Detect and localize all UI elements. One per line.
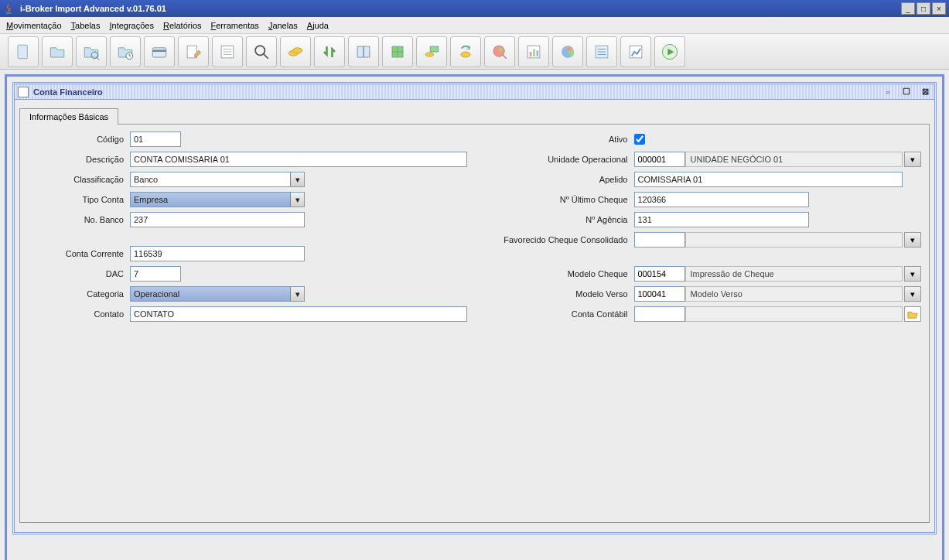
menu-integracoes[interactable]: Integrações bbox=[109, 21, 154, 30]
descricao-label: Descrição bbox=[28, 155, 130, 164]
favorecido-label: Favorecido Cheque Consolidado bbox=[483, 235, 634, 244]
categoria-select[interactable]: Operacional ▾ bbox=[130, 286, 305, 302]
menu-movimentacao[interactable]: Movimentação bbox=[6, 21, 62, 30]
menubar: Movimentação Tabelas Integrações Relatór… bbox=[0, 17, 949, 34]
tb-bluelist-icon[interactable] bbox=[586, 36, 617, 67]
tipo-conta-select[interactable]: Empresa ▾ bbox=[130, 192, 305, 207]
contato-label: Contato bbox=[28, 309, 130, 319]
tb-list-icon[interactable] bbox=[212, 36, 243, 67]
no-banco-input[interactable] bbox=[130, 212, 305, 227]
tb-card-icon[interactable] bbox=[144, 36, 175, 67]
contato-input[interactable] bbox=[130, 306, 467, 322]
close-button[interactable]: × bbox=[932, 2, 946, 15]
internal-title: Conta Financeiro bbox=[33, 87, 876, 97]
tb-play-icon[interactable] bbox=[654, 36, 685, 67]
agencia-label: Nº Agência bbox=[483, 215, 634, 224]
conta-contabil-code-input[interactable] bbox=[634, 306, 685, 322]
modelo-verso-code-input[interactable] bbox=[634, 286, 685, 302]
conta-corrente-label: Conta Corrente bbox=[28, 249, 130, 258]
categoria-label: Categoria bbox=[28, 289, 130, 299]
tb-book-icon[interactable] bbox=[348, 36, 379, 67]
maximize-button[interactable]: □ bbox=[917, 2, 930, 15]
favorecido-dropdown[interactable]: ▾ bbox=[904, 232, 921, 248]
conta-corrente-input[interactable] bbox=[130, 246, 305, 261]
modelo-verso-display: Modelo Verso bbox=[685, 286, 903, 302]
tb-folder-icon[interactable] bbox=[42, 36, 73, 67]
tb-coins-icon[interactable] bbox=[280, 36, 311, 67]
modelo-verso-dropdown[interactable]: ▾ bbox=[904, 286, 921, 302]
apelido-label: Apelido bbox=[483, 175, 634, 184]
ultimo-cheque-input[interactable] bbox=[634, 192, 809, 207]
folder-open-icon bbox=[907, 309, 918, 319]
tb-refresh-money-icon[interactable] bbox=[450, 36, 481, 67]
unidade-operacional-dropdown[interactable]: ▾ bbox=[904, 152, 921, 167]
tb-edit-icon[interactable] bbox=[178, 36, 209, 67]
tb-folder-clock-icon[interactable] bbox=[110, 36, 141, 67]
svg-rect-0 bbox=[18, 45, 27, 59]
menu-tabelas[interactable]: Tabelas bbox=[71, 21, 101, 30]
internal-window: Conta Financeiro ▫ ☐ ⊠ Informações Básic… bbox=[12, 82, 937, 534]
modelo-cheque-dropdown[interactable]: ▾ bbox=[904, 266, 921, 282]
svg-rect-18 bbox=[430, 46, 439, 52]
dac-label: DAC bbox=[28, 269, 130, 278]
menu-janelas[interactable]: Janelas bbox=[268, 21, 298, 30]
conta-contabil-browse[interactable] bbox=[904, 306, 921, 322]
classificacao-label: Classificação bbox=[28, 175, 130, 184]
tb-folder-search-icon[interactable] bbox=[76, 36, 107, 67]
svg-point-14 bbox=[293, 47, 302, 53]
tb-diagram-icon[interactable] bbox=[620, 36, 651, 67]
tb-piechart-icon[interactable] bbox=[552, 36, 583, 67]
favorecido-display bbox=[685, 232, 903, 248]
codigo-label: Código bbox=[28, 135, 130, 144]
agencia-input[interactable] bbox=[634, 212, 809, 227]
iwin-minimize-button[interactable]: ▫ bbox=[882, 86, 894, 98]
apelido-input[interactable] bbox=[634, 172, 903, 187]
svg-rect-30 bbox=[630, 46, 642, 58]
tb-document-icon[interactable] bbox=[8, 36, 39, 67]
tb-magnifier-icon[interactable] bbox=[246, 36, 277, 67]
classificacao-value: Banco bbox=[134, 175, 158, 184]
tb-barchart-icon[interactable] bbox=[518, 36, 549, 67]
favorecido-code-input[interactable] bbox=[634, 232, 685, 248]
conta-contabil-label: Conta Contábil bbox=[483, 309, 634, 319]
tabbar: Informações Básicas bbox=[19, 108, 930, 124]
minimize-button[interactable]: _ bbox=[901, 2, 915, 15]
unidade-operacional-code-input[interactable] bbox=[634, 152, 685, 167]
tb-pie-edit-icon[interactable] bbox=[484, 36, 515, 67]
modelo-verso-label: Modelo Verso bbox=[483, 289, 634, 299]
tab-content: Código Descrição Classificação Banco ▾ bbox=[19, 124, 930, 523]
classificacao-select[interactable]: Banco ▾ bbox=[130, 172, 305, 187]
iwin-close-button[interactable]: ⊠ bbox=[919, 86, 931, 98]
iwin-maximize-button[interactable]: ☐ bbox=[900, 86, 913, 98]
modelo-cheque-code-input[interactable] bbox=[634, 266, 685, 282]
svg-rect-5 bbox=[152, 50, 166, 52]
ativo-label: Ativo bbox=[483, 135, 634, 144]
svg-rect-4 bbox=[152, 47, 166, 56]
svg-line-12 bbox=[264, 53, 268, 58]
svg-point-19 bbox=[461, 52, 470, 57]
tb-money-icon[interactable] bbox=[416, 36, 447, 67]
svg-rect-24 bbox=[537, 50, 539, 56]
svg-rect-23 bbox=[533, 49, 535, 56]
window-title: i-Broker Import Advanced v.01.76.01 bbox=[20, 4, 900, 13]
tipo-conta-label: Tipo Conta bbox=[28, 195, 130, 204]
chevron-down-icon: ▾ bbox=[290, 172, 304, 186]
no-banco-label: No. Banco bbox=[28, 215, 130, 224]
descricao-input[interactable] bbox=[130, 152, 467, 167]
svg-rect-22 bbox=[530, 52, 532, 56]
tb-exchange-icon[interactable] bbox=[314, 36, 345, 67]
toolbar bbox=[0, 34, 949, 70]
menu-relatorios[interactable]: Relatórios bbox=[163, 21, 202, 30]
menu-ajuda[interactable]: Ajuda bbox=[307, 21, 329, 30]
chevron-down-icon: ▾ bbox=[290, 193, 304, 207]
tab-info-basicas[interactable]: Informações Básicas bbox=[19, 108, 118, 125]
chevron-down-icon: ▾ bbox=[290, 287, 304, 301]
tb-table-icon[interactable] bbox=[382, 36, 413, 67]
ativo-checkbox[interactable] bbox=[634, 134, 645, 145]
codigo-input[interactable] bbox=[130, 131, 181, 147]
menu-ferramentas[interactable]: Ferramentas bbox=[211, 21, 259, 30]
unidade-operacional-label: Unidade Operacional bbox=[483, 155, 634, 164]
conta-contabil-display bbox=[685, 306, 903, 322]
modelo-cheque-label: Modelo Cheque bbox=[483, 269, 634, 278]
dac-input[interactable] bbox=[130, 266, 181, 282]
